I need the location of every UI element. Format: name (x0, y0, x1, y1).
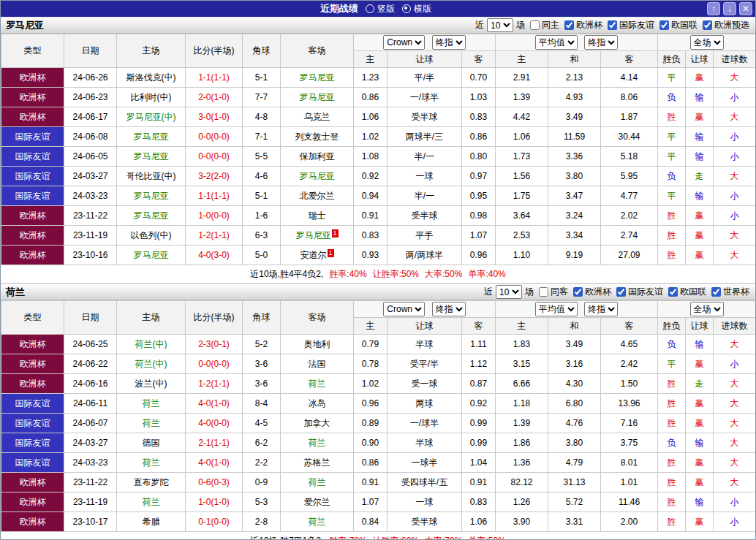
odds-cell: 半球 (388, 433, 462, 453)
odds-cell: 1.03 (462, 88, 496, 107)
layout-radio-icon[interactable] (402, 4, 411, 13)
odds-cell: 0.83 (462, 493, 496, 512)
home-team-cell: 荷兰(中) (117, 354, 186, 374)
final-odds-select[interactable]: 终指 (432, 35, 466, 50)
competition-cell: 欧洲杯 (1, 107, 64, 127)
home-team-cell: 荷兰 (117, 493, 186, 512)
competition-checkbox-label: 国际友谊 (619, 19, 654, 31)
col-header-corner: 角球 (243, 301, 281, 335)
result-cell: 赢 (686, 473, 714, 493)
odds-cell: 0.94 (354, 186, 388, 206)
col-header-avg-away: 客 (601, 51, 658, 68)
corner-cell: 7-7 (243, 88, 281, 107)
odds-cell: 一球 (388, 167, 462, 186)
score-cell: 0-0(0-0) (186, 127, 243, 147)
competition-checkbox[interactable] (703, 20, 712, 30)
result-cell: 大 (714, 473, 756, 493)
same-venue-checkbox[interactable] (530, 20, 540, 30)
summary-stat: 胜率:40% (329, 269, 366, 279)
final-odds-select[interactable]: 终指 (432, 302, 466, 316)
odds-cell: 0.99 (462, 414, 496, 433)
competition-checkbox-label: 欧洲预选 (714, 19, 749, 31)
result-cell: 走 (686, 167, 714, 186)
result-cell: 赢 (686, 68, 714, 88)
odds-cell: 3.64 (496, 206, 548, 226)
recent-count-select[interactable]: 10 (496, 285, 522, 299)
result-cell: 赢 (686, 107, 714, 127)
match-row: 国际友谊24-03-27德国2-1(1-1)6-2荷兰0.90半球0.991.8… (1, 433, 756, 453)
red-card-badge: 1 (328, 249, 334, 257)
result-cell: 胜 (658, 453, 686, 473)
odds-cell: 1.07 (462, 226, 496, 246)
scope-select[interactable]: 全场 (690, 302, 724, 316)
odds-cell: 2.02 (601, 206, 658, 226)
odds-cell: 11.59 (548, 127, 601, 147)
corner-cell: 4-8 (243, 107, 281, 127)
corner-cell: 5-3 (243, 493, 281, 512)
odds-cell: 一/球半 (388, 414, 462, 433)
bookmaker-select[interactable]: Crown (383, 302, 425, 316)
result-cell: 大 (714, 374, 756, 394)
layout-radio-label: 竖版 (377, 3, 395, 15)
final-odds-select[interactable]: 终指 (584, 35, 618, 50)
close-icon[interactable]: ✕ (739, 2, 752, 15)
home-team-cell: 罗马尼亚 (117, 147, 186, 167)
col-header-away: 客场 (281, 301, 354, 335)
same-venue-checkbox[interactable] (539, 287, 548, 297)
score-cell: 4-0(1-0) (186, 394, 243, 414)
summary-stat: 大率:50% (425, 269, 462, 279)
result-cell: 小 (714, 354, 756, 374)
competition-checkbox[interactable] (711, 287, 721, 297)
scope-select[interactable]: 全场 (690, 35, 724, 50)
result-cell: 赢 (686, 246, 714, 265)
competition-checkbox[interactable] (616, 287, 626, 297)
score-cell: 0-0(0-0) (186, 147, 243, 167)
competition-cell: 国际友谊 (1, 147, 64, 167)
competition-cell: 欧洲杯 (1, 374, 64, 394)
col-header-avg-away: 客 (601, 318, 658, 335)
competition-checkbox-label: 欧洲杯 (585, 286, 611, 298)
date-cell: 24-06-23 (64, 88, 117, 107)
odds-cell: 1.07 (354, 493, 388, 512)
match-row: 国际友谊24-06-07荷兰4-0(0-0)4-5加拿大0.89一/球半0.99… (1, 414, 756, 433)
summary-stat: 让胜率:60% (373, 536, 419, 540)
competition-checkbox[interactable] (564, 20, 574, 30)
bookmaker-select[interactable]: Crown (383, 35, 425, 50)
odds-cell: 1.83 (496, 335, 548, 354)
odds-cell: 受四球半/五 (388, 473, 462, 493)
competition-checkbox[interactable] (668, 287, 678, 297)
summary-stat: 胜率:70% (329, 536, 366, 540)
score-cell: 3-2(2-0) (186, 167, 243, 186)
away-team-cell: 保加利亚 (281, 147, 354, 167)
average-select[interactable]: 平均值 (535, 302, 578, 316)
same-venue-checkbox-label: 同客 (551, 286, 568, 298)
move-down-button[interactable]: ↓ (723, 2, 736, 15)
odds-cell: 0.98 (462, 206, 496, 226)
odds-cell: 1.01 (601, 473, 658, 493)
competition-cell: 国际友谊 (1, 414, 64, 433)
competition-checkbox[interactable] (659, 20, 669, 30)
col-header-goals-result: 进球数 (714, 318, 756, 335)
results-table: 类型 日期 主场 比分(半场) 角球 客场 Crown 终指 平均值 终指 (1, 34, 756, 265)
odds-cell: 0.87 (462, 374, 496, 394)
corner-cell: 4-6 (243, 167, 281, 186)
odds-cell: 5.72 (548, 493, 601, 512)
average-select[interactable]: 平均值 (535, 35, 578, 50)
competition-checkbox[interactable] (608, 20, 617, 30)
competition-cell: 欧洲杯 (1, 354, 64, 374)
odds-cell: 3.31 (548, 512, 601, 532)
move-up-button[interactable]: ↑ (707, 2, 720, 15)
competition-checkbox[interactable] (573, 287, 583, 297)
result-cell: 胜 (658, 473, 686, 493)
col-header-handicap-result: 让球 (686, 51, 714, 68)
corner-cell: 5-2 (243, 335, 281, 354)
final-odds-select[interactable]: 终指 (584, 302, 618, 316)
layout-radio-icon[interactable] (366, 4, 374, 13)
odds-cell: 1.36 (496, 453, 548, 473)
section-team-name: 荷兰 (6, 286, 25, 299)
away-team-cell: 北爱尔兰 (281, 186, 354, 206)
odds-cell: 0.70 (462, 68, 496, 88)
result-cell: 走 (686, 374, 714, 394)
corner-cell: 4-5 (243, 414, 281, 433)
recent-count-select[interactable]: 10 (487, 18, 513, 32)
